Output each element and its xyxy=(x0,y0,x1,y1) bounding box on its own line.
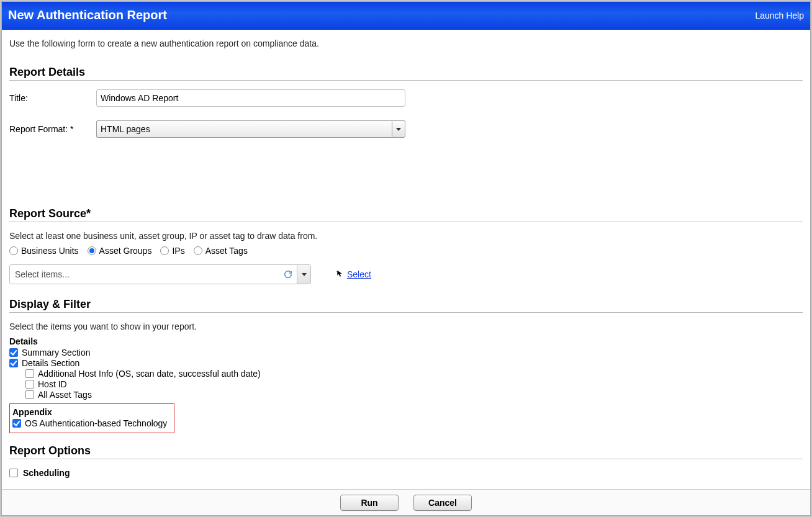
multiselect-placeholder: Select items... xyxy=(10,265,279,284)
appendix-subhead: Appendix xyxy=(12,407,171,417)
radio-icon xyxy=(160,246,169,255)
checkbox-label: All Asset Tags xyxy=(38,390,92,400)
dialog-footer: Run Cancel xyxy=(2,489,810,515)
details-subhead: Details xyxy=(9,336,803,346)
radio-label: Business Units xyxy=(21,246,79,256)
radio-label: Asset Groups xyxy=(99,246,152,256)
radio-label: Asset Tags xyxy=(205,246,248,256)
radio-asset-tags[interactable]: Asset Tags xyxy=(194,246,248,256)
multiselect-toggle[interactable] xyxy=(297,265,310,284)
svg-text:+: + xyxy=(336,269,339,273)
format-label: Report Format: * xyxy=(9,124,96,134)
format-select-toggle[interactable] xyxy=(392,120,405,138)
chevron-down-icon xyxy=(302,273,307,276)
display-subtext: Select the items you want to show in you… xyxy=(9,321,803,331)
checkbox-details-section[interactable] xyxy=(9,359,18,367)
checkbox-summary-section[interactable] xyxy=(9,348,18,357)
source-subtext: Select at least one business unit, asset… xyxy=(9,231,803,241)
dialog-new-auth-report: New Authentication Report Launch Help Us… xyxy=(1,1,811,516)
checkbox-label: Details Section xyxy=(22,358,79,368)
run-button[interactable]: Run xyxy=(340,495,399,511)
checkbox-all-asset-tags[interactable] xyxy=(25,390,34,399)
intro-text: Use the following form to create a new a… xyxy=(9,38,803,48)
radio-label: IPs xyxy=(172,246,184,256)
chevron-down-icon xyxy=(396,128,401,131)
title-input[interactable] xyxy=(96,89,405,107)
format-select[interactable]: HTML pages xyxy=(96,120,405,138)
cursor-plus-icon: + xyxy=(336,269,345,280)
scheduling-label: Scheduling xyxy=(23,468,70,478)
radio-icon xyxy=(88,246,96,255)
appendix-highlight: Appendix OS Authentication-based Technol… xyxy=(9,403,174,433)
section-report-options: Report Options xyxy=(9,444,803,459)
dialog-title: New Authentication Report xyxy=(8,8,167,22)
refresh-icon[interactable] xyxy=(279,265,297,284)
radio-icon xyxy=(194,246,202,255)
select-items-link[interactable]: Select xyxy=(347,269,371,279)
radio-asset-groups[interactable]: Asset Groups xyxy=(88,246,152,256)
checkbox-host-id[interactable] xyxy=(25,380,34,389)
titlebar: New Authentication Report Launch Help xyxy=(2,2,810,30)
section-report-details: Report Details xyxy=(9,66,803,81)
checkbox-additional-host-info[interactable] xyxy=(25,369,34,378)
section-display-filter: Display & Filter xyxy=(9,298,803,313)
radio-icon xyxy=(9,246,18,255)
checkbox-scheduling[interactable] xyxy=(9,469,18,477)
asset-group-multiselect[interactable]: Select items... xyxy=(9,264,311,284)
checkbox-label: Additional Host Info (OS, scan date, suc… xyxy=(38,369,261,379)
section-report-source: Report Source* xyxy=(9,207,803,222)
launch-help-link[interactable]: Launch Help xyxy=(755,11,804,20)
radio-business-units[interactable]: Business Units xyxy=(9,246,79,256)
checkbox-label: Summary Section xyxy=(22,348,90,357)
radio-ips[interactable]: IPs xyxy=(160,246,184,256)
checkbox-label: Host ID xyxy=(38,379,67,389)
checkbox-label: OS Authentication-based Technology xyxy=(25,418,167,428)
title-label: Title: xyxy=(9,93,96,103)
cancel-button[interactable]: Cancel xyxy=(413,495,472,511)
format-select-value: HTML pages xyxy=(96,120,392,138)
checkbox-os-auth-tech[interactable] xyxy=(12,419,21,428)
